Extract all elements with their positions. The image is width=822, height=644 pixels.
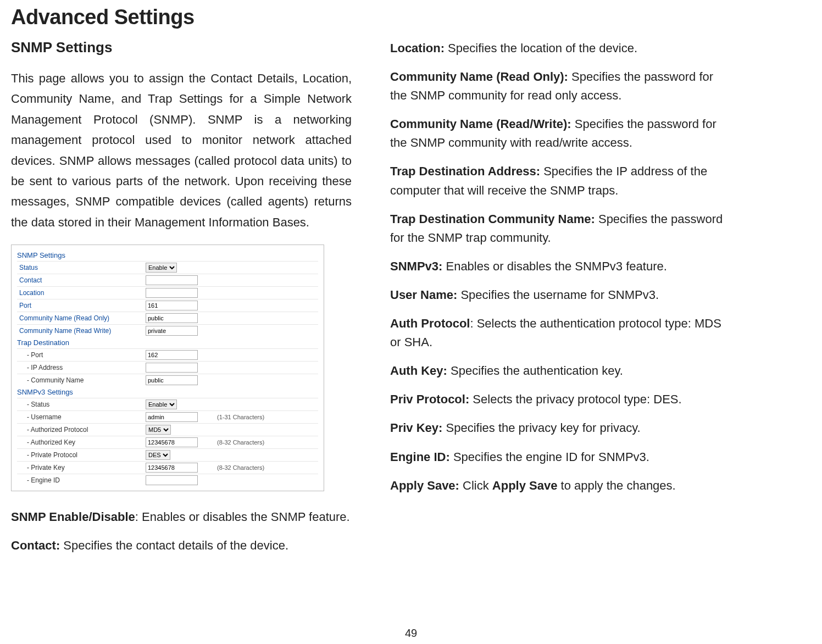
def-auth-protocol: Auth Protocol: Selects the authenticatio… xyxy=(390,314,731,352)
status-select[interactable]: Enable xyxy=(146,263,177,273)
contact-input[interactable] xyxy=(146,275,198,285)
page-title: Advanced Settings xyxy=(11,5,789,29)
term-snmp-enable: SNMP Enable/Disable xyxy=(11,510,135,524)
term-user-name: User Name: xyxy=(390,288,457,302)
v3-privprotocol-select[interactable]: DES xyxy=(146,450,170,460)
term-location: Location: xyxy=(390,41,445,55)
def-contact: Contact: Specifies the contact details o… xyxy=(11,536,352,555)
term-auth-protocol: Auth Protocol xyxy=(390,317,470,330)
def-snmp-enable: SNMP Enable/Disable: Enables or disables… xyxy=(11,508,352,526)
term-apply-save: Apply Save: xyxy=(390,479,459,492)
v3-status-select[interactable]: Enable xyxy=(146,399,177,409)
term-priv-protocol: Priv Protocol: xyxy=(390,392,469,406)
def-priv-key: Priv Key: Specifies the privacy key for … xyxy=(390,419,731,437)
def-location: Location: Specifies the location of the … xyxy=(390,39,731,58)
trap-destination-panel-title: Trap Destination xyxy=(17,337,318,348)
community-rw-input[interactable] xyxy=(146,326,198,336)
location-row-label: Location xyxy=(17,287,143,299)
term-community-ro: Community Name (Read Only): xyxy=(390,70,568,84)
contact-row-label: Contact xyxy=(17,274,143,287)
term-contact: Contact: xyxy=(11,538,60,552)
v3-privkey-row-label: - Private Key xyxy=(17,462,143,474)
term-engine-id: Engine ID: xyxy=(390,450,450,464)
location-input[interactable] xyxy=(146,288,198,298)
v3-privprotocol-row-label: - Private Protocol xyxy=(17,449,143,462)
term-community-rw: Community Name (Read/Write): xyxy=(390,117,571,131)
v3-authprotocol-select[interactable]: MD5 xyxy=(146,425,171,435)
right-column: Location: Specifies the location of the … xyxy=(390,39,731,565)
v3-engineid-row-label: - Engine ID xyxy=(17,474,143,487)
def-engine-id: Engine ID: Specifies the engine ID for S… xyxy=(390,448,731,467)
def-auth-key: Auth Key: Specifies the authentication k… xyxy=(390,362,731,380)
trap-community-row-label: - Community Name xyxy=(17,374,143,387)
term-trap-dest-comm: Trap Destination Community Name: xyxy=(390,212,595,226)
port-row-label: Port xyxy=(17,299,143,312)
page-number: 49 xyxy=(405,627,417,640)
trap-community-input[interactable] xyxy=(146,375,198,385)
v3-privkey-input[interactable] xyxy=(146,463,198,473)
v3-authprotocol-row-label: - Authorized Protocol xyxy=(17,424,143,436)
term-snmpv3: SNMPv3: xyxy=(390,259,442,273)
status-row-label: Status xyxy=(17,262,143,274)
v3-authkey-input[interactable] xyxy=(146,437,198,447)
term-trap-dest-addr: Trap Destination Address: xyxy=(390,164,540,178)
snmp-intro-paragraph: This page allows you to assign the Conta… xyxy=(11,68,352,232)
def-trap-dest-comm: Trap Destination Community Name: Specifi… xyxy=(390,210,731,247)
def-user-name: User Name: Specifies the username for SN… xyxy=(390,286,731,304)
section-heading-snmp-settings: SNMP Settings xyxy=(11,39,352,56)
snmp-settings-panel-title: SNMP Settings xyxy=(17,249,318,261)
def-priv-protocol: Priv Protocol: Selects the privacy proto… xyxy=(390,390,731,409)
v3-authkey-note: (8-32 Characters) xyxy=(215,436,318,449)
trap-ip-input[interactable] xyxy=(146,363,198,373)
settings-screenshot: SNMP Settings Status Enable Contact xyxy=(11,245,324,491)
trap-port-row-label: - Port xyxy=(17,349,143,362)
def-community-ro: Community Name (Read Only): Specifies th… xyxy=(390,68,731,105)
trap-port-input[interactable] xyxy=(146,350,198,360)
v3-privkey-note: (8-32 Characters) xyxy=(215,462,318,474)
left-column: SNMP Settings This page allows you to as… xyxy=(11,39,352,565)
v3-username-row-label: - Username xyxy=(17,411,143,424)
community-ro-row-label: Community Name (Read Only) xyxy=(17,312,143,325)
trap-ip-row-label: - IP Address xyxy=(17,362,143,374)
v3-authkey-row-label: - Authorized Key xyxy=(17,436,143,449)
port-input[interactable] xyxy=(146,301,198,310)
snmpv3-panel-title: SNMPv3 Settings xyxy=(17,386,318,398)
term-priv-key: Priv Key: xyxy=(390,421,442,435)
term-auth-key: Auth Key: xyxy=(390,364,447,377)
v3-username-input[interactable] xyxy=(146,412,198,422)
v3-status-row-label: - Status xyxy=(17,398,143,411)
v3-engineid-input[interactable] xyxy=(146,475,198,485)
def-community-rw: Community Name (Read/Write): Specifies t… xyxy=(390,115,731,152)
def-snmpv3: SNMPv3: Enables or disables the SNMPv3 f… xyxy=(390,257,731,276)
community-ro-input[interactable] xyxy=(146,313,198,323)
v3-username-note: (1-31 Characters) xyxy=(215,411,318,424)
community-rw-row-label: Community Name (Read Write) xyxy=(17,325,143,337)
def-apply-save: Apply Save: Click Apply Save to apply th… xyxy=(390,476,731,495)
def-trap-dest-addr: Trap Destination Address: Specifies the … xyxy=(390,162,731,199)
